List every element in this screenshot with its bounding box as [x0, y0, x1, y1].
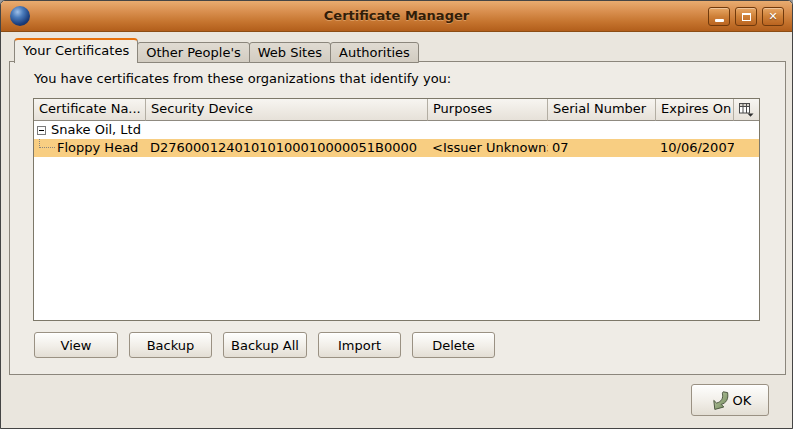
cell-expires-on: 10/06/2007	[656, 139, 734, 157]
certificate-manager-window: Certificate Manager ✕ Your Certificates …	[0, 0, 793, 429]
cell-purposes: <Issuer Unknown>	[428, 139, 548, 157]
column-header-serial-number[interactable]: Serial Number	[548, 99, 656, 121]
column-header-expires-on[interactable]: Expires On	[656, 99, 734, 121]
column-header-purposes[interactable]: Purposes	[428, 99, 548, 121]
action-button-row: View Backup Backup All Import Delete	[34, 332, 495, 358]
table-body[interactable]: Snake Oil, Ltd Floppy Head D276000124010…	[34, 121, 759, 157]
certificate-table: Certificate Na... Security Device Purpos…	[33, 98, 760, 321]
tab-other-peoples[interactable]: Other People's	[137, 42, 250, 63]
minimize-button[interactable]	[708, 7, 730, 26]
cell-certificate-name: Floppy Head	[34, 139, 146, 157]
ok-button[interactable]: OK	[691, 384, 769, 416]
window-title: Certificate Manager	[1, 1, 792, 31]
cell-serial-number: 07	[548, 139, 656, 157]
tab-bar: Your Certificates Other People's Web Sit…	[14, 38, 419, 63]
backup-button[interactable]: Backup	[129, 332, 212, 358]
import-button[interactable]: Import	[318, 332, 401, 358]
maximize-icon	[742, 13, 751, 21]
ok-enter-arrow-icon	[709, 390, 730, 411]
tab-your-certificates[interactable]: Your Certificates	[14, 38, 138, 63]
tree-collapse-icon[interactable]	[37, 126, 46, 135]
cell-security-device: D27600012401010100010000051B0000	[146, 139, 428, 157]
delete-button[interactable]: Delete	[412, 332, 495, 358]
column-header-certificate-name[interactable]: Certificate Na...	[34, 99, 146, 121]
table-row-certificate-selected[interactable]: Floppy Head D27600012401010100010000051B…	[34, 139, 759, 157]
tab-authorities[interactable]: Authorities	[330, 42, 419, 63]
organization-label: Snake Oil, Ltd	[51, 122, 141, 137]
minimize-icon	[715, 19, 724, 22]
view-button[interactable]: View	[34, 332, 118, 358]
titlebar[interactable]: Certificate Manager ✕	[1, 1, 792, 32]
window-controls: ✕	[708, 7, 784, 26]
column-header-security-device[interactable]: Security Device	[146, 99, 428, 121]
certificate-name: Floppy Head	[57, 140, 138, 155]
backup-all-button[interactable]: Backup All	[223, 332, 307, 358]
close-button[interactable]: ✕	[762, 7, 784, 26]
tab-web-sites[interactable]: Web Sites	[249, 42, 331, 63]
column-picker-icon	[739, 103, 754, 117]
table-row-organization[interactable]: Snake Oil, Ltd	[34, 121, 759, 139]
table-header: Certificate Na... Security Device Purpos…	[34, 99, 759, 121]
maximize-button[interactable]	[735, 7, 757, 26]
ok-button-label: OK	[733, 393, 752, 408]
column-picker-button[interactable]	[734, 99, 759, 121]
close-icon: ✕	[768, 10, 777, 23]
intro-text: You have certificates from these organiz…	[34, 71, 451, 86]
tree-branch-line	[39, 139, 55, 148]
